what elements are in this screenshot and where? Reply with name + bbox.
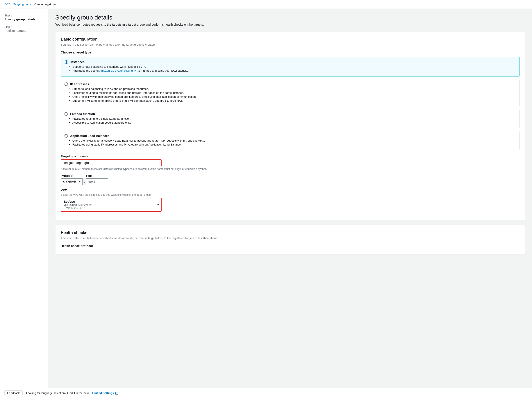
option-alb[interactable]: Application Load Balancer Offers the fle… bbox=[61, 131, 519, 150]
health-check-protocol-label: Health check protocol bbox=[61, 244, 519, 248]
protocol-select-wrapper: GENEVE HTTP HTTPS TCP UDP ▼ bbox=[61, 178, 83, 185]
option-lambda-bullet-1: Facilitates routing to a single Lambda f… bbox=[72, 117, 516, 120]
option-ip-bullet-3: Offers flexibility with microservice bas… bbox=[72, 95, 516, 98]
target-group-name-group: Target group name A maximum of 32 alphan… bbox=[61, 155, 519, 170]
option-ip-bullet-4: Supports IPv6 targets, enabling end-to-e… bbox=[72, 99, 516, 102]
protocol-select[interactable]: GENEVE HTTP HTTPS TCP UDP bbox=[61, 178, 83, 185]
radio-instances[interactable] bbox=[65, 60, 68, 64]
option-lambda-label: Lambda function bbox=[70, 112, 95, 116]
radio-ip-addresses[interactable] bbox=[64, 82, 68, 86]
protocol-port-row: Protocol GENEVE HTTP HTTPS TCP UDP ▼ : bbox=[61, 174, 519, 185]
health-checks-desc: The associated load balancer periodicall… bbox=[61, 236, 519, 240]
option-instances-bullets: Supports load balancing to instances wit… bbox=[65, 65, 516, 72]
sidebar: Step 1 Specify group details Step 2 Regi… bbox=[0, 9, 48, 388]
sidebar-step-2: Step 2 Register targets bbox=[4, 25, 44, 32]
basic-config-card: Basic configuration Settings in this sec… bbox=[55, 31, 525, 221]
unified-settings-external-icon bbox=[115, 392, 118, 395]
option-ip-addresses-label: IP addresses bbox=[70, 82, 89, 86]
port-input[interactable] bbox=[86, 178, 108, 185]
auto-scaling-external-icon bbox=[134, 70, 137, 72]
vpc-select-box[interactable]: SecVpc vpc-06194b2238f27a2af IPv4: 10.20… bbox=[61, 198, 162, 212]
vpc-group: VPC Select the VPC with the instances th… bbox=[61, 188, 519, 212]
basic-config-desc: Settings in this section cannot be chang… bbox=[61, 43, 519, 46]
option-instances-bullet-1: Supports load balancing to instances wit… bbox=[73, 65, 516, 68]
option-lambda-bullets: Facilitates routing to a single Lambda f… bbox=[64, 117, 516, 124]
sidebar-step-1-label: Specify group details bbox=[4, 18, 44, 21]
option-lambda-bullet-2: Accessible to Application Load Balancers… bbox=[72, 121, 516, 124]
vpc-dropdown-arrow: ▼ bbox=[157, 203, 159, 206]
breadcrumb-ec2[interactable]: EC2 bbox=[4, 3, 10, 6]
vpc-select-wrapper: SecVpc vpc-06194b2238f27a2af IPv4: 10.20… bbox=[61, 198, 162, 212]
radio-lambda[interactable] bbox=[64, 112, 68, 116]
target-group-name-hint: A maximum of 32 alphanumeric characters … bbox=[61, 168, 519, 170]
option-lambda[interactable]: Lambda function Facilitates routing to a… bbox=[61, 109, 519, 128]
vpc-name: SecVpc bbox=[64, 200, 154, 203]
auto-scaling-link[interactable]: Amazon EC2 Auto Scaling bbox=[99, 69, 137, 72]
page-subtitle: Your load balancer routes requests to th… bbox=[55, 23, 525, 26]
option-alb-bullet-2: Facilitates using static IP addresses an… bbox=[72, 143, 516, 146]
option-instances[interactable]: Instances Supports load balancing to ins… bbox=[61, 57, 519, 76]
target-type-label: Choose a target type bbox=[61, 51, 519, 54]
vpc-id: vpc-06194b2238f27a2af bbox=[64, 203, 154, 206]
breadcrumb: EC2 › Target groups › Create target grou… bbox=[0, 0, 532, 9]
target-group-name-input[interactable] bbox=[61, 159, 162, 166]
health-checks-title: Health checks bbox=[61, 230, 519, 235]
sidebar-step-2-num: Step 2 bbox=[4, 25, 44, 29]
option-alb-label: Application Load Balancer bbox=[70, 134, 109, 138]
bottom-bar: Feedback Looking for language selection?… bbox=[0, 388, 532, 398]
sidebar-step-1-num: Step 1 bbox=[4, 14, 44, 17]
vpc-label: VPC bbox=[61, 188, 519, 192]
colon-separator: : bbox=[83, 178, 86, 185]
target-group-name-label: Target group name bbox=[61, 155, 519, 158]
health-checks-card: Health checks The associated load balanc… bbox=[55, 225, 525, 255]
option-ip-bullet-2: Facilitates routing to multiple IP addre… bbox=[72, 91, 516, 94]
basic-config-title: Basic configuration bbox=[61, 37, 519, 42]
breadcrumb-sep-1: › bbox=[11, 3, 12, 6]
breadcrumb-sep-2: › bbox=[32, 3, 33, 6]
option-instances-bullet-2: Facilitates the use of Amazon EC2 Auto S… bbox=[73, 69, 516, 72]
breadcrumb-target-groups[interactable]: Target groups bbox=[13, 3, 31, 6]
protocol-label: Protocol bbox=[61, 174, 83, 178]
option-ip-addresses[interactable]: IP addresses Supports load balancing to … bbox=[61, 79, 519, 106]
option-alb-bullet-1: Offers the flexibility for a Network Loa… bbox=[72, 139, 516, 142]
main-content: Specify group details Your load balancer… bbox=[48, 9, 532, 388]
page-title: Specify group details bbox=[55, 14, 525, 21]
option-alb-bullets: Offers the flexibility for a Network Loa… bbox=[64, 139, 516, 146]
bottom-bar-text: Looking for language selection? Find it … bbox=[26, 392, 89, 395]
radio-alb[interactable] bbox=[64, 134, 68, 138]
unified-settings-link[interactable]: Unified Settings bbox=[92, 392, 118, 395]
vpc-desc: Select the VPC with the instances that y… bbox=[61, 193, 519, 196]
option-instances-label: Instances bbox=[70, 60, 85, 64]
feedback-button[interactable]: Feedback bbox=[4, 390, 23, 396]
port-label: Port bbox=[86, 174, 108, 178]
option-ip-bullet-1: Supports load balancing to VPC and on-pr… bbox=[72, 87, 516, 91]
breadcrumb-create-tg: Create target group bbox=[34, 3, 59, 6]
option-ip-addresses-bullets: Supports load balancing to VPC and on-pr… bbox=[64, 87, 516, 102]
sidebar-step-2-label: Register targets bbox=[4, 29, 44, 32]
sidebar-step-1: Step 1 Specify group details bbox=[4, 14, 44, 21]
vpc-cidr: IPv4: 10.20.0.0/16 bbox=[64, 206, 154, 210]
